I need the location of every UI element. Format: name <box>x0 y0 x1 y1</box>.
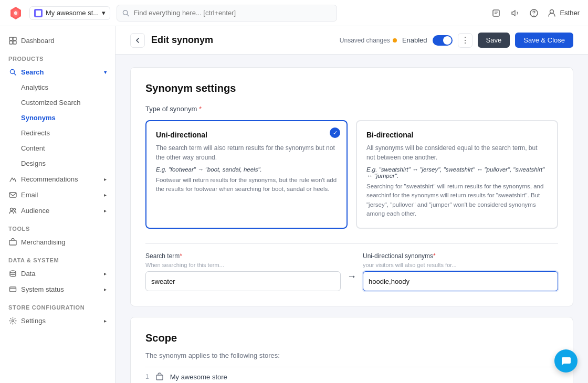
bi-directional-note: Searching for "sweatshirt" will return r… <box>366 182 548 218</box>
sidebar-item-analytics[interactable]: Analytics <box>0 80 115 95</box>
type-card-bi-directional[interactable]: Bi-directional All synonyms will be cons… <box>356 120 558 229</box>
dashboard-label: Dashboard <box>21 37 55 45</box>
bi-directional-title: Bi-directional <box>366 131 548 139</box>
chat-bubble-button[interactable] <box>554 349 578 373</box>
sidebar-item-email[interactable]: Email ▸ <box>0 187 115 203</box>
settings-label: Settings <box>21 317 46 325</box>
back-button[interactable] <box>130 33 145 48</box>
store-number: 1 <box>145 373 149 380</box>
designs-label: Designs <box>21 159 46 167</box>
email-arrow-icon: ▸ <box>104 192 107 198</box>
tools-section-label: TOOLS <box>0 218 115 234</box>
svg-point-7 <box>534 15 535 16</box>
page-header: Edit synonym Unsaved changes Enabled ⋮ S… <box>116 26 588 55</box>
settings-icon <box>8 316 17 325</box>
logo-icon <box>8 6 23 20</box>
svg-rect-0 <box>36 10 41 16</box>
user-menu[interactable]: Esther <box>547 8 580 18</box>
user-name: Esther <box>560 9 580 17</box>
bi-directional-desc: All synonyms will be considered equal to… <box>366 143 548 162</box>
search-term-label: Search term* <box>145 252 341 260</box>
system-status-icon <box>8 285 17 293</box>
uni-directional-note: Footwear will return results for the syn… <box>156 176 337 194</box>
store-name: My awesome store <box>170 373 227 381</box>
uni-directional-desc: The search term will also return results… <box>156 143 337 162</box>
store-icon <box>34 9 43 17</box>
system-status-arrow-icon: ▸ <box>104 286 107 292</box>
help-icon[interactable] <box>528 7 540 19</box>
content-area: Synonym settings Type of synonym * ✓ Uni… <box>116 55 588 383</box>
search-sidebar-icon <box>8 68 17 76</box>
sidebar-item-designs[interactable]: Designs <box>0 156 115 171</box>
sidebar-item-audience[interactable]: Audience ▸ <box>0 203 115 218</box>
sidebar-item-synonyms[interactable]: Synonyms <box>0 110 115 125</box>
svg-point-22 <box>12 320 14 322</box>
type-card-uni-directional[interactable]: ✓ Uni-directional The search term will a… <box>145 120 348 229</box>
email-label: Email <box>21 191 38 199</box>
sidebar-item-search[interactable]: Search ▾ <box>0 64 115 80</box>
audience-arrow-icon: ▸ <box>104 208 107 214</box>
type-cards: ✓ Uni-directional The search term will a… <box>145 120 558 229</box>
svg-line-2 <box>127 14 129 16</box>
enabled-toggle[interactable] <box>433 35 453 46</box>
svg-point-19 <box>10 271 16 273</box>
main-content: Edit synonym Unsaved changes Enabled ⋮ S… <box>116 26 588 383</box>
sidebar-item-dashboard[interactable]: Dashboard <box>0 33 115 48</box>
sidebar-item-data[interactable]: Data ▸ <box>0 265 115 281</box>
top-navigation: My awesome st... ▾ Esther <box>0 0 588 26</box>
topnav-right: Esther <box>490 7 580 19</box>
email-icon <box>8 190 17 199</box>
recommendations-arrow-icon: ▸ <box>104 176 107 182</box>
user-icon <box>547 8 556 18</box>
svg-rect-15 <box>9 193 16 197</box>
type-of-synonym-label: Type of synonym * <box>145 105 558 113</box>
notification-icon[interactable] <box>490 7 502 19</box>
customized-search-label: Customized Search <box>21 99 80 107</box>
svg-point-17 <box>13 208 15 210</box>
svg-rect-18 <box>9 240 16 245</box>
data-system-section-label: DATA & SYSTEM <box>0 250 115 265</box>
synonyms-input[interactable] <box>363 271 558 291</box>
save-button[interactable]: Save <box>478 33 510 48</box>
sidebar-item-system-status[interactable]: System status ▸ <box>0 281 115 297</box>
announcement-icon[interactable] <box>509 7 521 19</box>
sidebar-item-settings[interactable]: Settings ▸ <box>0 313 115 328</box>
svg-rect-11 <box>9 41 13 44</box>
store-selector[interactable]: My awesome st... ▾ <box>29 6 110 20</box>
analytics-label: Analytics <box>21 83 48 91</box>
synonyms-label: Synonyms <box>21 114 56 122</box>
settings-arrow-icon: ▸ <box>104 318 107 324</box>
audience-label: Audience <box>21 207 49 215</box>
recommendations-icon <box>8 175 17 183</box>
sidebar-item-customized-search[interactable]: Customized Search <box>0 95 115 110</box>
scope-store-row: 1 My awesome store <box>145 367 558 383</box>
data-arrow-icon: ▸ <box>104 271 107 276</box>
global-search-bar[interactable] <box>117 5 337 22</box>
merchandising-label: Merchandising <box>21 238 66 246</box>
store-row-icon <box>154 371 165 382</box>
sidebar: Dashboard PRODUCTS Search ▾ Analytics Cu… <box>0 26 116 383</box>
redirects-label: Redirects <box>21 129 50 137</box>
products-section-label: PRODUCTS <box>0 48 115 64</box>
unsaved-dot <box>393 38 397 42</box>
global-search-input[interactable] <box>133 9 331 17</box>
scope-title: Scope <box>145 332 558 344</box>
uni-directional-title: Uni-directional <box>156 131 337 139</box>
more-options-button[interactable]: ⋮ <box>458 33 472 48</box>
svg-rect-10 <box>13 37 16 40</box>
content-label: Content <box>21 144 45 152</box>
sidebar-item-merchandising[interactable]: Merchandising <box>0 234 115 250</box>
sidebar-item-recommendations[interactable]: Recommendations ▸ <box>0 171 115 187</box>
search-term-input[interactable] <box>145 271 341 291</box>
unsaved-badge: Unsaved changes <box>340 37 397 44</box>
sidebar-item-content[interactable]: Content <box>0 141 115 156</box>
svg-rect-20 <box>9 287 16 292</box>
synonyms-label: Uni-directional synonyms* <box>363 252 558 260</box>
svg-rect-23 <box>156 375 163 380</box>
synonyms-group: Uni-directional synonyms* your visitors … <box>363 252 558 291</box>
header-actions: Unsaved changes Enabled ⋮ Save Save & Cl… <box>340 33 573 48</box>
sidebar-item-redirects[interactable]: Redirects <box>0 125 115 141</box>
selected-check-icon: ✓ <box>330 127 340 138</box>
save-close-button[interactable]: Save & Close <box>515 33 573 48</box>
recommendations-label: Recommendations <box>21 175 78 183</box>
